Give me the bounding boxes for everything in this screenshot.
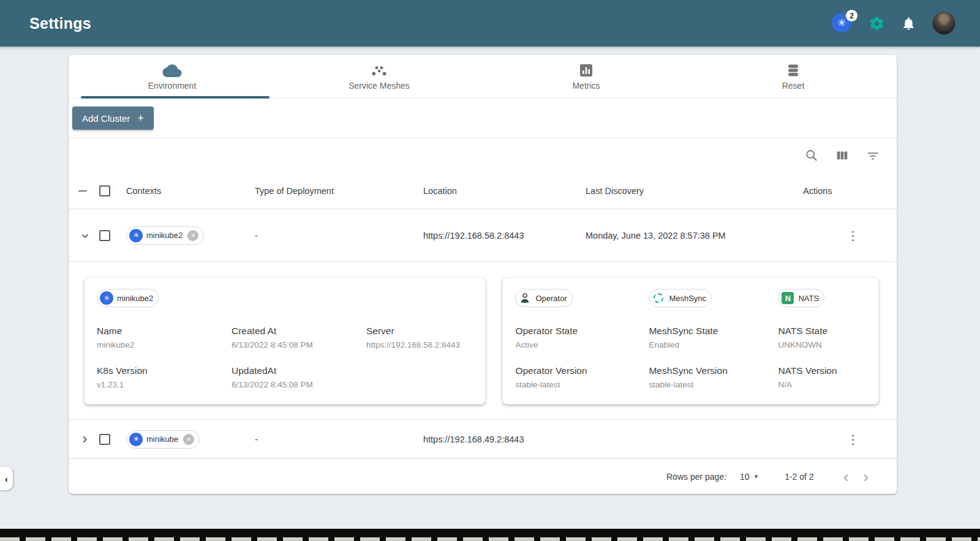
kubernetes-icon: ✳ — [100, 291, 113, 305]
bottom-taskbar-strip — [0, 529, 980, 541]
field-value: 6/13/2022 8:45:08 PM — [232, 380, 366, 389]
close-icon: × — [190, 231, 195, 239]
field-label: K8s Version — [97, 365, 232, 376]
row-actions-menu-button[interactable]: ⋮ — [809, 228, 897, 243]
add-cluster-button[interactable]: Add Cluster + — [72, 106, 154, 130]
field-value: stable-latest — [649, 380, 778, 389]
chevron-right-icon: › — [863, 468, 869, 486]
tab-environment-label: Environment — [148, 81, 197, 91]
operator-chip: Operator — [515, 289, 572, 307]
kebab-icon: ⋮ — [847, 229, 859, 242]
service-mesh-icon — [371, 62, 387, 77]
field-name: Name minikube2 — [97, 326, 232, 349]
operator-info-card: Operator MeshSync N NATS Operator State … — [502, 277, 879, 405]
tab-environment[interactable]: Environment — [69, 55, 276, 98]
bar-chart-icon — [579, 62, 593, 77]
row-type-value: - — [255, 231, 423, 241]
cluster-chip: ✳ minikube2 — [97, 289, 159, 307]
app-bar: Settings ✳ 2 — [0, 0, 980, 47]
tab-reset-label: Reset — [782, 81, 805, 91]
plus-icon: + — [137, 113, 144, 124]
tab-service-meshes[interactable]: Service Meshes — [276, 55, 483, 98]
close-icon: × — [186, 435, 191, 443]
previous-page-button[interactable]: ‹ — [836, 469, 856, 485]
table-pagination: Rows per page: 10 ▾ 1-2 of 2 ‹ › — [69, 459, 897, 494]
meshsync-chip-label: MeshSync — [669, 294, 706, 303]
chevron-left-icon: ‹ — [843, 468, 849, 486]
field-value: Active — [515, 340, 649, 349]
table-header-row: Contexts Type of Deployment Location Las… — [69, 173, 897, 209]
filter-icon — [866, 149, 880, 162]
field-label: Operator State — [515, 326, 649, 337]
chevron-right-icon — [78, 433, 92, 446]
column-contexts: Contexts — [126, 186, 255, 196]
rows-per-page-label: Rows per page: — [666, 472, 726, 482]
kubernetes-badge: 2 — [846, 10, 858, 21]
sidebar-collapse-handle[interactable]: ‹ — [0, 467, 13, 490]
rows-per-page-select[interactable]: 10 ▾ — [740, 472, 758, 482]
field-label: Name — [97, 326, 232, 337]
field-meshsync-state: MeshSync State Enabled — [649, 326, 778, 349]
gear-icon — [869, 15, 885, 32]
cluster-info-card: ✳ minikube2 Name minikube2 Created At 6/… — [84, 277, 486, 405]
tab-service-meshes-label: Service Meshes — [349, 81, 410, 91]
field-nats-version: NATS Version N/A — [778, 365, 866, 389]
field-label: Server — [366, 326, 473, 337]
field-label: UpdatedAt — [232, 365, 366, 376]
field-label: NATS State — [778, 326, 866, 337]
row-location-value: https://192.168.49.2:8443 — [423, 435, 586, 444]
tab-reset[interactable]: Reset — [690, 55, 897, 98]
field-value: minikube2 — [97, 340, 232, 349]
row-actions-menu-button[interactable]: ⋮ — [809, 432, 897, 447]
field-value: UNKNOWN — [778, 340, 866, 349]
cloud-icon — [162, 62, 182, 77]
field-server: Server https://192.168.58.2:8443 — [366, 326, 473, 349]
view-columns-button[interactable] — [835, 149, 849, 162]
chevron-left-icon: ‹ — [5, 474, 8, 484]
nats-icon: N — [781, 291, 794, 305]
field-value: stable-latest — [515, 380, 649, 389]
field-created-at: Created At 6/13/2022 8:45:08 PM — [232, 326, 366, 349]
column-location: Location — [423, 186, 586, 196]
row-checkbox[interactable] — [99, 434, 110, 445]
row-checkbox[interactable] — [99, 230, 110, 241]
filter-button[interactable] — [866, 149, 880, 162]
settings-tabs: Environment Service Meshes — [69, 55, 897, 99]
context-chip: ✳ minikube2 × — [126, 226, 204, 245]
meshsync-icon — [652, 291, 665, 305]
select-all-checkbox[interactable] — [99, 185, 110, 196]
kubernetes-connection-button[interactable]: ✳ 2 — [832, 13, 853, 34]
nats-chip: N NATS — [778, 289, 824, 307]
cluster-detail-section: ✳ minikube2 Name minikube2 Created At 6/… — [69, 262, 897, 420]
field-label: MeshSync Version — [649, 365, 778, 376]
expand-row-button[interactable] — [78, 433, 99, 446]
field-value: v1.23.1 — [97, 380, 232, 389]
collapse-all-icon[interactable] — [78, 190, 87, 192]
settings-panel: Environment Service Meshes — [69, 55, 897, 494]
settings-gear-button[interactable] — [869, 15, 885, 32]
add-cluster-label: Add Cluster — [82, 113, 130, 124]
context-chip-label: minikube2 — [146, 231, 183, 240]
rows-per-page-value: 10 — [740, 472, 750, 482]
kubernetes-icon: ✳ — [129, 433, 143, 446]
column-type-of-deployment: Type of Deployment — [255, 186, 423, 196]
user-avatar[interactable] — [932, 12, 956, 35]
tab-metrics[interactable]: Metrics — [483, 55, 690, 98]
column-last-discovery: Last Discovery — [586, 186, 803, 196]
field-operator-state: Operator State Active — [515, 326, 649, 349]
collapse-row-button[interactable] — [78, 229, 99, 242]
field-operator-version: Operator Version stable-latest — [515, 365, 649, 389]
kebab-icon: ⋮ — [847, 433, 859, 446]
search-icon — [805, 149, 818, 162]
next-page-button[interactable]: › — [856, 469, 876, 485]
search-button[interactable] — [805, 149, 818, 162]
remove-context-button[interactable]: × — [187, 230, 198, 241]
field-value: https://192.168.58.2:8443 — [366, 340, 473, 349]
notifications-button[interactable] — [901, 16, 916, 31]
pagination-range: 1-2 of 2 — [785, 472, 813, 482]
field-k8s-version: K8s Version v1.23.1 — [97, 365, 232, 389]
cluster-chip-label: minikube2 — [117, 294, 153, 303]
field-label: Created At — [232, 326, 366, 337]
field-updated-at: UpdatedAt 6/13/2022 8:45:08 PM — [232, 365, 366, 389]
remove-context-button[interactable]: × — [183, 434, 194, 445]
